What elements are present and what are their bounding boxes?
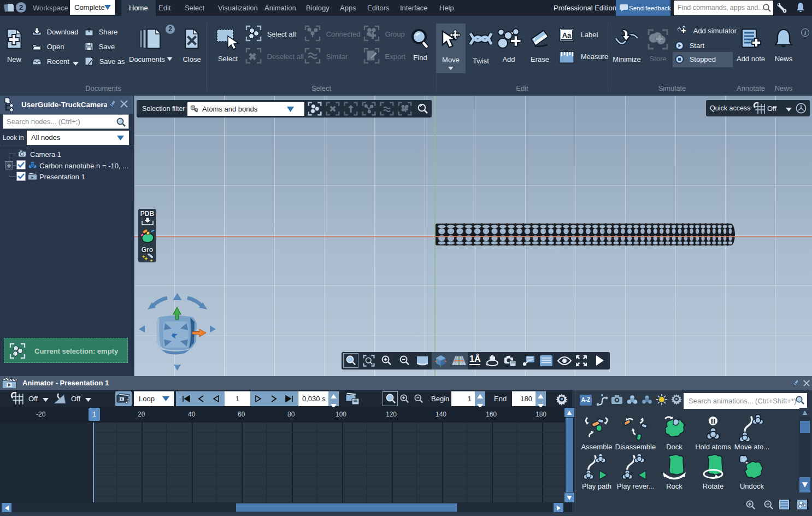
svg-text:Aa: Aa — [562, 31, 572, 39]
